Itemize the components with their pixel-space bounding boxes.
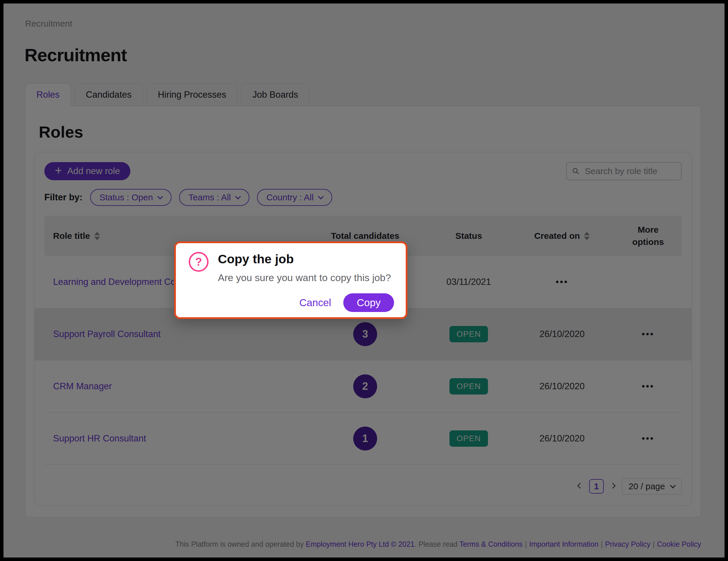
- cancel-button[interactable]: Cancel: [299, 297, 331, 308]
- modal-body-text: Are you sure you want to copy this job?: [218, 272, 394, 283]
- modal-title: Copy the job: [218, 252, 394, 266]
- question-icon: ?: [189, 252, 209, 272]
- modal-actions: Cancel Copy: [189, 293, 394, 312]
- recruitment-page: Recruitment Recruitment Roles Candidates…: [3, 4, 725, 557]
- copy-job-modal: ? Copy the job Are you sure you want to …: [174, 242, 407, 319]
- copy-button[interactable]: Copy: [343, 293, 394, 312]
- screenshot-frame: Recruitment Recruitment Roles Candidates…: [0, 0, 728, 561]
